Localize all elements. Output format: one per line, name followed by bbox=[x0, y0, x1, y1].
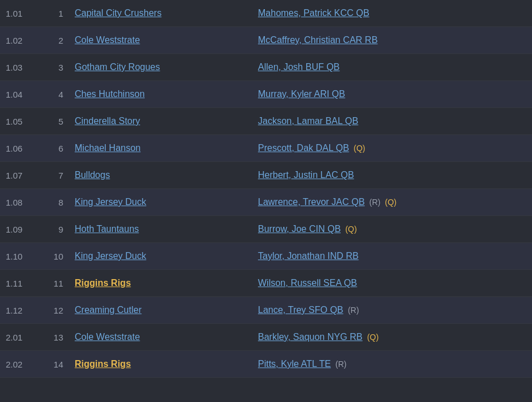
pick-number: 1.09 bbox=[0, 216, 40, 243]
player-name[interactable]: Herbert, Justin LAC QB bbox=[258, 170, 354, 180]
table-row: 1.1212Creaming CutlerLance, Trey SFO QB … bbox=[0, 297, 532, 324]
table-row: 1.088King Jersey DuckLawrence, Trevor JA… bbox=[0, 189, 532, 216]
order-number: 7 bbox=[40, 162, 69, 189]
team-name[interactable]: Gotham City Rogues bbox=[75, 62, 160, 72]
player-name[interactable]: Jackson, Lamar BAL QB bbox=[258, 116, 358, 126]
player-name[interactable]: Lance, Trey SFO QB bbox=[258, 305, 344, 315]
questionable-badge: (Q) bbox=[365, 333, 379, 342]
pick-number: 2.02 bbox=[0, 351, 40, 378]
pick-number: 1.04 bbox=[0, 81, 40, 108]
player-name[interactable]: Prescott, Dak DAL QB bbox=[258, 143, 349, 153]
player-name[interactable]: Taylor, Jonathan IND RB bbox=[258, 251, 358, 261]
questionable-badge: (Q) bbox=[343, 225, 357, 234]
order-number: 10 bbox=[40, 243, 69, 270]
pick-number: 2.01 bbox=[0, 324, 40, 351]
team-name[interactable]: Bulldogs bbox=[75, 170, 110, 180]
rookie-badge: (R) bbox=[367, 198, 380, 207]
team-name[interactable]: King Jersey Duck bbox=[75, 197, 147, 207]
pick-number: 1.05 bbox=[0, 108, 40, 135]
pick-number: 1.01 bbox=[0, 0, 40, 27]
team-name[interactable]: Capital City Crushers bbox=[75, 8, 161, 18]
player-name[interactable]: McCaffrey, Christian CAR RB bbox=[258, 35, 377, 45]
order-number: 11 bbox=[40, 270, 69, 297]
pick-number: 1.08 bbox=[0, 189, 40, 216]
team-name[interactable]: King Jersey Duck bbox=[75, 251, 147, 261]
order-number: 1 bbox=[40, 0, 69, 27]
draft-table: 1.011Capital City CrushersMahomes, Patri… bbox=[0, 0, 532, 378]
pick-number: 1.12 bbox=[0, 297, 40, 324]
player-name[interactable]: Wilson, Russell SEA QB bbox=[258, 278, 357, 288]
table-row: 2.0113Cole WeststrateBarkley, Saquon NYG… bbox=[0, 324, 532, 351]
player-name[interactable]: Pitts, Kyle ATL TE bbox=[258, 359, 331, 369]
table-row: 1.011Capital City CrushersMahomes, Patri… bbox=[0, 0, 532, 27]
table-row: 1.044Ches HutchinsonMurray, Kyler ARI QB bbox=[0, 81, 532, 108]
player-name[interactable]: Allen, Josh BUF QB bbox=[258, 62, 340, 72]
order-number: 4 bbox=[40, 81, 69, 108]
rookie-badge: (R) bbox=[333, 360, 346, 369]
pick-number: 1.10 bbox=[0, 243, 40, 270]
team-name[interactable]: Ches Hutchinson bbox=[75, 89, 145, 99]
order-number: 3 bbox=[40, 54, 69, 81]
table-row: 1.099Hoth TauntaunsBurrow, Joe CIN QB (Q… bbox=[0, 216, 532, 243]
table-row: 1.055Cinderella StoryJackson, Lamar BAL … bbox=[0, 108, 532, 135]
table-row: 1.066Michael HansonPrescott, Dak DAL QB … bbox=[0, 135, 532, 162]
team-name[interactable]: Riggins Rigs bbox=[75, 278, 131, 288]
order-number: 14 bbox=[40, 351, 69, 378]
team-name[interactable]: Cole Weststrate bbox=[75, 35, 140, 45]
order-number: 6 bbox=[40, 135, 69, 162]
team-name[interactable]: Hoth Tauntauns bbox=[75, 224, 139, 234]
order-number: 12 bbox=[40, 297, 69, 324]
order-number: 5 bbox=[40, 108, 69, 135]
order-number: 13 bbox=[40, 324, 69, 351]
rookie-badge: (R) bbox=[346, 306, 359, 315]
player-name[interactable]: Murray, Kyler ARI QB bbox=[258, 89, 345, 99]
table-row: 1.022Cole WeststrateMcCaffrey, Christian… bbox=[0, 27, 532, 54]
table-row: 2.0214Riggins RigsPitts, Kyle ATL TE (R) bbox=[0, 351, 532, 378]
questionable-badge: (Q) bbox=[352, 144, 365, 153]
order-number: 2 bbox=[40, 27, 69, 54]
player-name[interactable]: Lawrence, Trevor JAC QB bbox=[258, 197, 365, 207]
team-name[interactable]: Riggins Rigs bbox=[75, 359, 131, 369]
pick-number: 1.02 bbox=[0, 27, 40, 54]
table-row: 1.077BulldogsHerbert, Justin LAC QB bbox=[0, 162, 532, 189]
table-row: 1.033Gotham City RoguesAllen, Josh BUF Q… bbox=[0, 54, 532, 81]
player-name[interactable]: Mahomes, Patrick KCC QB bbox=[258, 8, 369, 18]
order-number: 9 bbox=[40, 216, 69, 243]
table-row: 1.1111Riggins RigsWilson, Russell SEA QB bbox=[0, 270, 532, 297]
pick-number: 1.07 bbox=[0, 162, 40, 189]
pick-number: 1.06 bbox=[0, 135, 40, 162]
team-name[interactable]: Michael Hanson bbox=[75, 143, 141, 153]
team-name[interactable]: Cinderella Story bbox=[75, 116, 140, 126]
pick-number: 1.11 bbox=[0, 270, 40, 297]
table-row: 1.1010King Jersey DuckTaylor, Jonathan I… bbox=[0, 243, 532, 270]
questionable-badge: (Q) bbox=[383, 198, 396, 207]
player-name[interactable]: Barkley, Saquon NYG RB bbox=[258, 332, 363, 342]
team-name[interactable]: Cole Weststrate bbox=[75, 332, 140, 342]
team-name[interactable]: Creaming Cutler bbox=[75, 305, 141, 315]
order-number: 8 bbox=[40, 189, 69, 216]
pick-number: 1.03 bbox=[0, 54, 40, 81]
player-name[interactable]: Burrow, Joe CIN QB bbox=[258, 224, 341, 234]
